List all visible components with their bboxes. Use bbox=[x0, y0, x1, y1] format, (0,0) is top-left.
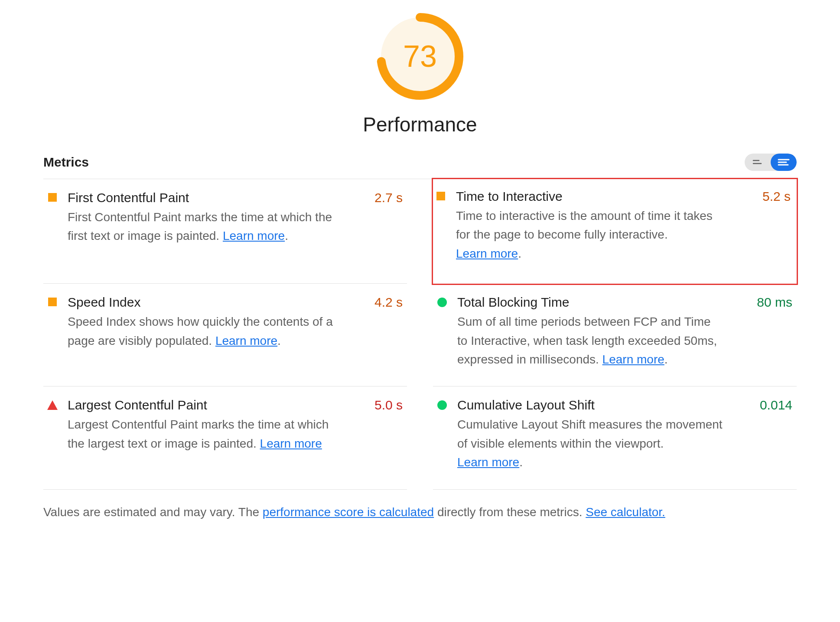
score-gauge: 73 bbox=[377, 13, 463, 100]
view-toggle bbox=[745, 154, 797, 171]
square-icon bbox=[48, 298, 57, 306]
metric-first-contentful-paint: First Contentful PaintFirst Contentful P… bbox=[43, 179, 407, 284]
trailing-period: . bbox=[518, 247, 521, 260]
expanded-lines-icon bbox=[778, 158, 790, 167]
metric-speed-index: Speed IndexSpeed Index shows how quickly… bbox=[43, 284, 407, 386]
metric-description: Speed Index shows how quickly the conten… bbox=[68, 312, 334, 350]
metric-body: Cumulative Layout ShiftCumulative Layout… bbox=[457, 398, 793, 471]
metric-description-text: Speed Index shows how quickly the conten… bbox=[68, 315, 333, 347]
metric-value: 0.014 bbox=[760, 398, 792, 412]
metric-status-icon bbox=[47, 295, 58, 369]
metric-status-icon bbox=[47, 190, 58, 266]
compact-lines-icon bbox=[752, 158, 763, 166]
metrics-grid: First Contentful PaintFirst Contentful P… bbox=[43, 179, 797, 490]
metric-description: Time to interactive is the amount of tim… bbox=[456, 206, 725, 263]
learn-more-link[interactable]: Learn more bbox=[215, 334, 277, 347]
metric-body: Time to InteractiveTime to interactive i… bbox=[456, 189, 794, 263]
metric-title: Total Blocking Time bbox=[457, 295, 724, 310]
footnote-prefix: Values are estimated and may vary. The bbox=[43, 505, 263, 519]
learn-more-link[interactable]: Learn more bbox=[260, 437, 322, 450]
trailing-period: . bbox=[277, 334, 281, 347]
footnote: Values are estimated and may vary. The p… bbox=[43, 505, 797, 519]
metric-title: First Contentful Paint bbox=[68, 190, 334, 205]
metric-status-icon bbox=[435, 189, 446, 263]
metric-value: 4.2 s bbox=[374, 295, 403, 310]
metric-largest-contentful-paint: Largest Contentful PaintLargest Contentf… bbox=[43, 386, 407, 489]
metric-body: Total Blocking TimeSum of all time perio… bbox=[457, 295, 793, 369]
metric-cumulative-layout-shift: Cumulative Layout ShiftCumulative Layout… bbox=[433, 386, 797, 489]
metric-description: Cumulative Layout Shift measures the mov… bbox=[457, 415, 724, 471]
triangle-icon bbox=[47, 400, 58, 410]
metric-total-blocking-time: Total Blocking TimeSum of all time perio… bbox=[433, 284, 797, 386]
metric-value: 5.2 s bbox=[762, 189, 791, 204]
metric-description: Largest Contentful Paint marks the time … bbox=[68, 415, 334, 453]
footnote-link-score-calc[interactable]: performance score is calculated bbox=[263, 505, 434, 519]
metric-description-text: First Contentful Paint marks the time at… bbox=[68, 210, 332, 242]
metric-status-icon bbox=[436, 398, 448, 471]
score-value: 73 bbox=[377, 13, 463, 100]
metrics-title: Metrics bbox=[43, 155, 89, 170]
view-toggle-expanded[interactable] bbox=[771, 154, 797, 171]
metric-title: Time to Interactive bbox=[456, 189, 725, 204]
metric-time-to-interactive: Time to InteractiveTime to interactive i… bbox=[432, 178, 798, 285]
square-icon bbox=[436, 192, 445, 200]
metric-title: Largest Contentful Paint bbox=[68, 398, 334, 412]
view-toggle-compact[interactable] bbox=[745, 154, 771, 171]
metric-value: 2.7 s bbox=[374, 190, 403, 205]
metric-status-icon bbox=[47, 398, 58, 471]
metric-body: Speed IndexSpeed Index shows how quickly… bbox=[68, 295, 404, 369]
metric-title: Speed Index bbox=[68, 295, 334, 310]
metric-description-text: Time to interactive is the amount of tim… bbox=[456, 209, 713, 241]
footnote-middle: directly from these metrics. bbox=[434, 505, 586, 519]
metric-description: Sum of all time periods between FCP and … bbox=[457, 312, 724, 369]
metric-description-text: Cumulative Layout Shift measures the mov… bbox=[457, 418, 723, 450]
learn-more-link[interactable]: Learn more bbox=[223, 229, 285, 242]
circle-icon bbox=[437, 298, 447, 307]
metric-body: Largest Contentful PaintLargest Contentf… bbox=[68, 398, 404, 471]
metrics-header: Metrics bbox=[43, 154, 797, 179]
square-icon bbox=[48, 193, 57, 202]
learn-more-link[interactable]: Learn more bbox=[457, 455, 519, 469]
score-label: Performance bbox=[363, 113, 477, 136]
performance-gauge: 73 Performance bbox=[43, 13, 797, 136]
metric-value: 80 ms bbox=[757, 295, 792, 310]
metric-description: First Contentful Paint marks the time at… bbox=[68, 208, 334, 246]
metric-description-text: Sum of all time periods between FCP and … bbox=[457, 315, 717, 366]
metric-status-icon bbox=[436, 295, 448, 369]
trailing-period: . bbox=[519, 455, 523, 469]
metric-title: Cumulative Layout Shift bbox=[457, 398, 724, 412]
footnote-link-calculator[interactable]: See calculator. bbox=[586, 505, 665, 519]
learn-more-link[interactable]: Learn more bbox=[456, 247, 518, 260]
trailing-period: . bbox=[664, 353, 668, 366]
metric-body: First Contentful PaintFirst Contentful P… bbox=[68, 190, 404, 266]
trailing-period: . bbox=[285, 229, 288, 242]
metric-value: 5.0 s bbox=[374, 398, 403, 412]
learn-more-link[interactable]: Learn more bbox=[602, 353, 664, 366]
circle-icon bbox=[437, 400, 447, 410]
